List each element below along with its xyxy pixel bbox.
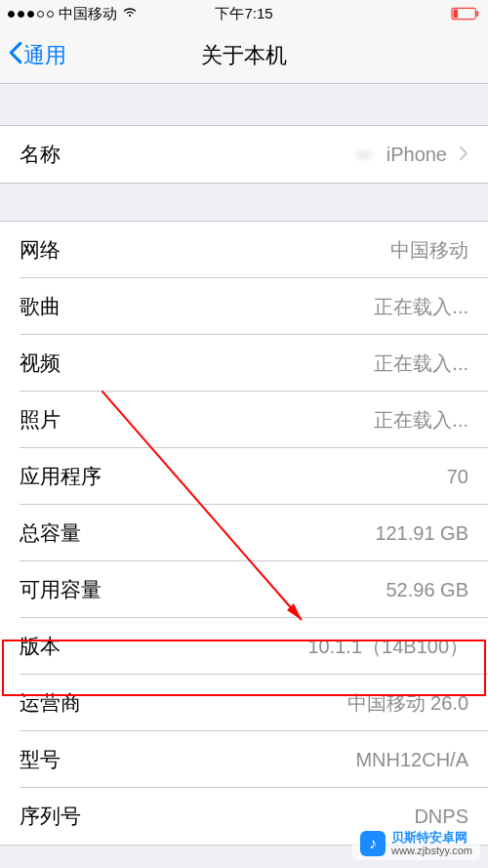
row-label: 歌曲	[20, 293, 61, 320]
row-value: DNPS	[414, 806, 468, 828]
row-label: 总容量	[20, 519, 81, 547]
row-apps[interactable]: 应用程序 70	[0, 448, 488, 505]
row-value: ▪▪ iPhone	[357, 144, 468, 166]
carrier-label: 中国移动	[59, 5, 117, 23]
row-label: 网络	[20, 236, 61, 264]
svg-rect-1	[476, 11, 478, 17]
status-right	[451, 7, 480, 21]
wifi-icon	[122, 5, 138, 23]
status-bar: 中国移动 下午7:15	[0, 0, 488, 27]
row-label: 版本	[20, 633, 61, 660]
row-value: 121.91 GB	[375, 522, 468, 545]
row-value: 正在载入...	[374, 351, 468, 377]
blurred-text: ▪▪	[357, 144, 371, 166]
section-spacer	[0, 84, 488, 125]
row-capacity[interactable]: 总容量 121.91 GB	[0, 505, 488, 561]
row-songs[interactable]: 歌曲 正在载入...	[0, 278, 488, 335]
row-label: 型号	[20, 746, 61, 773]
row-value: 正在载入...	[374, 407, 468, 434]
watermark-text: 贝斯特安卓网 www.zjbstyy.com	[391, 831, 472, 856]
watermark: ♪ 贝斯特安卓网 www.zjbstyy.com	[352, 827, 480, 860]
row-label: 视频	[20, 350, 61, 377]
status-left: 中国移动	[8, 5, 138, 23]
row-model[interactable]: 型号 MNH12CH/A	[0, 731, 488, 788]
row-value: 中国移动	[390, 237, 468, 264]
row-label: 照片	[20, 406, 61, 434]
row-network[interactable]: 网络 中国移动	[0, 222, 488, 278]
details-section: 网络 中国移动 歌曲 正在载入... 视频 正在载入... 照片 正在载入...…	[0, 221, 488, 846]
row-available[interactable]: 可用容量 52.96 GB	[0, 561, 488, 618]
row-label: 可用容量	[20, 576, 102, 603]
row-name[interactable]: 名称 ▪▪ iPhone	[0, 126, 488, 183]
row-carrier[interactable]: 运营商 中国移动 26.0	[0, 675, 488, 731]
row-value: 中国移动 26.0	[347, 690, 468, 717]
page-title: 关于本机	[201, 41, 287, 70]
back-button[interactable]: 通用	[8, 41, 66, 70]
battery-icon	[451, 7, 480, 21]
row-version[interactable]: 版本 10.1.1（14B100）	[0, 618, 488, 675]
status-time: 下午7:15	[215, 5, 272, 23]
row-value: 10.1.1（14B100）	[307, 634, 468, 660]
row-photos[interactable]: 照片 正在载入...	[0, 392, 488, 448]
row-label: 名称	[20, 141, 61, 168]
watermark-logo-icon: ♪	[360, 831, 386, 856]
row-value: 正在载入...	[374, 294, 468, 320]
watermark-title: 贝斯特安卓网	[391, 831, 472, 845]
chevron-left-icon	[8, 41, 23, 70]
svg-rect-2	[453, 10, 458, 18]
row-label: 序列号	[20, 803, 81, 830]
row-value: 52.96 GB	[386, 579, 468, 601]
back-label: 通用	[23, 41, 66, 70]
row-value: 70	[447, 466, 468, 488]
signal-strength-icon	[8, 11, 54, 18]
row-label: 应用程序	[20, 463, 102, 490]
row-value: MNH12CH/A	[355, 749, 468, 771]
row-videos[interactable]: 视频 正在载入...	[0, 335, 488, 392]
nav-bar: 通用 关于本机	[0, 27, 488, 84]
name-section: 名称 ▪▪ iPhone	[0, 125, 488, 184]
section-spacer	[0, 184, 488, 221]
row-label: 运营商	[20, 689, 81, 717]
chevron-right-icon	[459, 144, 468, 166]
watermark-url: www.zjbstyy.com	[391, 845, 472, 856]
